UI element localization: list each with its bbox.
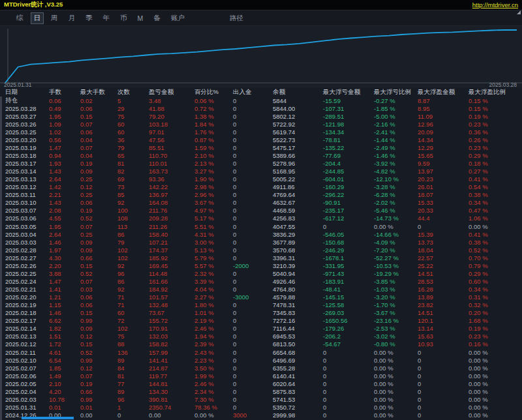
cell-max-lots: 0.06 bbox=[80, 199, 117, 206]
menu-item-账户[interactable]: 账户 bbox=[168, 12, 188, 24]
menu-item-M[interactable]: M bbox=[134, 13, 147, 23]
table-row[interactable]: 2025.03.171.930.1981110.012.13 %05278.96… bbox=[0, 160, 522, 168]
cell-date: 2025.02.25 bbox=[5, 270, 49, 277]
table-row[interactable]: 2025.03.051.950.07113211.265.51 %04047.5… bbox=[0, 222, 522, 230]
cell-max-lots: 0.06 bbox=[80, 293, 117, 301]
table-row[interactable]: 2025.02.191.150.0671132.481.80 %07478.31… bbox=[0, 301, 522, 309]
table-row[interactable]: 2025.02.071.850.1284214.873.50 %06355.28… bbox=[0, 364, 522, 372]
table-row[interactable]: 2025.02.141.820.09102170.912.46 %07116.4… bbox=[0, 325, 522, 333]
horizontal-scrollbar-thumb[interactable] bbox=[22, 417, 74, 419]
table-row[interactable]: 2025.02.176.620.9972155.722.19 %07272.16… bbox=[0, 317, 522, 325]
table-row[interactable]: 2025.03.180.940.0465110.702.10 %05389.66… bbox=[0, 151, 522, 159]
cell-lots: 1.85 bbox=[49, 365, 80, 372]
column-header[interactable]: 最大浮盈比例 bbox=[468, 88, 522, 97]
column-header[interactable]: 次数 bbox=[117, 88, 149, 97]
table-row[interactable]: 2025.02.181.460.156073.671.01 %07345.83-… bbox=[0, 309, 522, 317]
table-row[interactable]: 2025.03.261.090.0760103.181.84 %05722.92… bbox=[0, 120, 522, 128]
menu-item-币[interactable]: 币 bbox=[117, 12, 130, 24]
chart-start-date-label: 2025.01.31 bbox=[4, 82, 32, 88]
table-row[interactable]: 2025.03.251.020.066097.011.76 %05619.74-… bbox=[0, 128, 522, 136]
table-row[interactable]: 2025.03.121.420.1273142.222.98 %04911.86… bbox=[0, 183, 522, 191]
cell-balance: 7478.31 bbox=[273, 301, 323, 308]
cell-count: 100 bbox=[117, 207, 149, 214]
cell-max-float-profit: 18.07 bbox=[418, 191, 468, 198]
column-header[interactable]: 百分比% bbox=[194, 88, 233, 97]
menu-item-季[interactable]: 季 bbox=[82, 12, 96, 24]
cell-max-float-loss-pct: 0.00 % bbox=[374, 349, 418, 356]
table-row[interactable]: 2025.02.274.300.66102185.925.79 %03396.3… bbox=[0, 254, 522, 262]
menu-item-综[interactable]: 综 bbox=[13, 12, 27, 24]
column-header[interactable]: 最大浮盈金额 bbox=[418, 88, 468, 97]
cell-pnl: 170.91 bbox=[149, 325, 194, 332]
table-row[interactable]: 2025.02.044.200.6689134.302.34 %05875.83… bbox=[0, 387, 522, 395]
table-row[interactable]: 2025.03.072.080.19100211.764.97 %04468.5… bbox=[0, 207, 522, 215]
vertical-scrollbar[interactable] bbox=[0, 97, 2, 420]
cell-date: 2025.03.12 bbox=[5, 183, 49, 190]
table-row[interactable]: 2025.03.200.560.043647.560.87 %05522.73-… bbox=[0, 136, 522, 143]
table-row[interactable]: 2025.03.141.430.0982163.733.27 %05168.95… bbox=[0, 168, 522, 175]
table-row[interactable]: 2025.02.061.490.0781119.771.99 %06140.41… bbox=[0, 372, 522, 380]
column-header[interactable]: 最大浮亏比例 bbox=[374, 88, 418, 97]
cell-date: 2025.02.10 bbox=[5, 357, 49, 364]
column-header[interactable]: 日期 bbox=[5, 88, 49, 97]
table-row[interactable]: 2025.02.253.880.5296114.482.32 %05040.94… bbox=[0, 269, 522, 277]
table-row[interactable]: 2025.03.271.950.157579.201.38 %05802.12-… bbox=[0, 112, 522, 120]
table-row[interactable]: 2025.02.262.200.1592169.455.57 %-2000321… bbox=[0, 262, 522, 269]
table-row[interactable]: 2025.03.112.210.2585136.972.96 %04769.64… bbox=[0, 191, 522, 199]
cell-count: 86 bbox=[117, 231, 149, 238]
cell-max-float-loss: -160.29 bbox=[323, 183, 374, 190]
table-row[interactable]: 2025.03.064.550.52108209.285.17 %04256.8… bbox=[0, 215, 522, 222]
menu-item-月[interactable]: 月 bbox=[65, 12, 79, 24]
table-row[interactable]: 2025.02.241.470.0786161.663.39 %04926.46… bbox=[0, 277, 522, 285]
table-row[interactable]: 2025.01.310.010.0112350.7478.36 %05350.7… bbox=[0, 403, 522, 411]
cell-max-lots: 0.15 bbox=[80, 262, 117, 269]
cell-max-float-loss: -135.22 bbox=[323, 144, 374, 151]
cell-max-float-loss: -289.51 bbox=[323, 113, 374, 120]
table-row[interactable]: 2025.03.191.470.077985.511.59 %05475.17-… bbox=[0, 143, 522, 151]
cell-count: 72 bbox=[117, 317, 149, 324]
cell-date: 2025.03.27 bbox=[5, 113, 49, 120]
table-row[interactable]: 2025.03.280.490.062941.880.72 %05844.00-… bbox=[0, 104, 522, 112]
table-row[interactable]: 2025.02.281.970.09102174.375.13 %03570.6… bbox=[0, 246, 522, 254]
cell-deposit: 0 bbox=[233, 309, 273, 316]
table-row[interactable]: 2025.03.031.460.0979107.213.00 %03677.89… bbox=[0, 238, 522, 246]
website-link[interactable]: http://mtdriver.cn bbox=[472, 1, 518, 8]
cell-count: 81 bbox=[117, 372, 149, 380]
table-row[interactable]: 2024.12.260.000.0000.000.00 %30002999.98… bbox=[0, 412, 522, 419]
column-header[interactable]: 最大浮亏金额 bbox=[323, 88, 374, 97]
menu-item-path[interactable]: 路径 bbox=[230, 14, 243, 23]
cell-balance: 5168.95 bbox=[273, 168, 323, 175]
cell-deposit: 0 bbox=[233, 113, 273, 120]
menu-item-备[interactable]: 备 bbox=[150, 12, 164, 24]
title-bar: MTDriver统计 ,V3.25 http://mtdriver.cn bbox=[0, 0, 522, 10]
column-header[interactable]: 盈亏金额 bbox=[149, 88, 194, 97]
table-row[interactable]: 2025.02.131.510.1275132.031.94 %06945.53… bbox=[0, 333, 522, 340]
cell-max-lots: 0.19 bbox=[80, 160, 117, 167]
column-header[interactable]: 手数 bbox=[49, 88, 80, 97]
table-row[interactable]: 持仓0.060.0253.480.06 %05844-15.59-0.27 %8… bbox=[0, 97, 522, 104]
menu-item-周[interactable]: 周 bbox=[48, 12, 61, 24]
cell-max-float-profit-pct: 0.15 % bbox=[468, 97, 522, 104]
table-row[interactable]: 2025.02.114.610.52136157.992.43 %06654.6… bbox=[0, 348, 522, 356]
menu-item-日[interactable]: 日 bbox=[31, 12, 44, 24]
cell-max-float-profit: 15.33 bbox=[418, 199, 468, 206]
table-row[interactable]: 2025.02.121.720.1588158.822.39 %06813.50… bbox=[0, 340, 522, 348]
column-header[interactable]: 出入金 bbox=[233, 88, 273, 97]
table-row[interactable]: 2025.03.132.640.256993.361.90 %05005.22-… bbox=[0, 175, 522, 183]
table-row[interactable]: 2025.02.0310.780.9996390.817.30 %05741.5… bbox=[0, 395, 522, 403]
table-row[interactable]: 2025.03.042.640.2586158.404.31 %03836.29… bbox=[0, 230, 522, 238]
cell-max-float-profit: 8.95 bbox=[418, 105, 468, 112]
table-row[interactable]: 2025.02.211.410.0392184.924.04 %04764.80… bbox=[0, 286, 522, 293]
table-row[interactable]: 2025.02.201.210.0671101.572.27 %-3000457… bbox=[0, 293, 522, 301]
table-row[interactable]: 2025.03.101.430.0692164.083.67 %04632.67… bbox=[0, 199, 522, 207]
cell-count: 75 bbox=[117, 113, 149, 120]
cell-max-float-profit-pct: 0.32 % bbox=[468, 301, 522, 308]
column-header[interactable]: 最大手数 bbox=[80, 88, 117, 97]
table-row[interactable]: 2025.02.052.100.1977144.812.46 %06020.64… bbox=[0, 380, 522, 387]
menu-item-年[interactable]: 年 bbox=[100, 12, 114, 24]
table-row[interactable]: 2025.02.106.540.9989141.412.23 %06496.69… bbox=[0, 356, 522, 364]
cell-max-float-profit: 20.33 bbox=[418, 207, 468, 214]
column-header[interactable]: 余额 bbox=[273, 88, 323, 97]
cell-deposit: -2000 bbox=[233, 262, 273, 269]
cell-count: 71 bbox=[117, 293, 149, 301]
